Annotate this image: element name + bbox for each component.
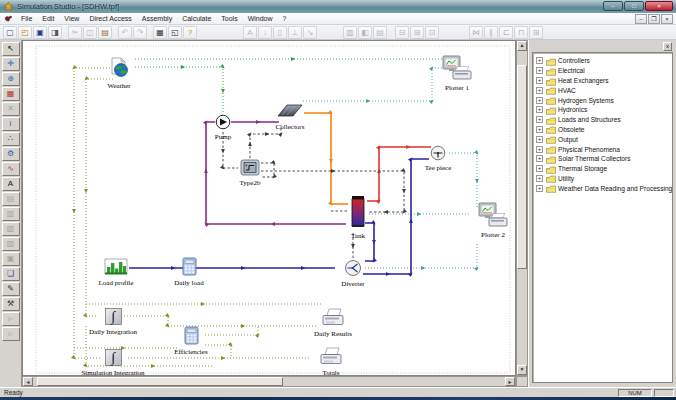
tree-item-hydrogen-systems[interactable]: +Hydrogen Systems (536, 95, 672, 105)
save-icon[interactable]: ▣ (33, 26, 47, 39)
expand-icon[interactable]: + (536, 185, 543, 192)
component-diverter[interactable]: Diverter (313, 259, 393, 289)
paste-icon[interactable]: ▤ (98, 26, 112, 39)
component-tank[interactable]: Tank (318, 195, 398, 241)
frame-icon[interactable]: ▯ (273, 26, 287, 39)
tree-item-thermal-storage[interactable]: +Thermal Storage (536, 164, 672, 174)
probe-tool-icon[interactable]: ∴ (2, 132, 20, 146)
component-load-profile[interactable]: Load profile (76, 258, 156, 288)
space-across-icon[interactable]: ⋈ (469, 26, 483, 39)
select-tool-icon[interactable]: ↖ (2, 42, 20, 56)
tree-item-physical-phenomena[interactable]: +Physical Phenomena (536, 144, 672, 154)
menu-item-edit[interactable]: Edit (37, 14, 59, 23)
grid-tool-1-icon[interactable]: ▤ (2, 192, 20, 206)
same-size-icon[interactable]: ⊞ (529, 26, 543, 39)
copy-icon[interactable]: ◫ (83, 26, 97, 39)
menu-item-assembly[interactable]: Assembly (137, 14, 177, 23)
expand-icon[interactable]: + (536, 175, 543, 182)
build-tool-icon[interactable]: ⚒ (2, 297, 20, 311)
menu-item-tools[interactable]: Tools (216, 14, 242, 23)
expand-icon[interactable]: + (536, 165, 543, 172)
menu-item-calculate[interactable]: Calculate (177, 14, 216, 23)
layout-tool-icon[interactable]: ▧ (2, 222, 20, 236)
expand-icon[interactable]: + (536, 67, 543, 74)
tree-item-electrical[interactable]: +Electrical (536, 66, 672, 76)
new-icon[interactable]: ▢ (3, 26, 17, 39)
menu-item-direct-access[interactable]: Direct Access (84, 14, 136, 23)
print-preview-icon[interactable]: ◱ (168, 26, 182, 39)
component-collectors[interactable]: Collectors (250, 102, 330, 132)
component-daily-integration[interactable]: ∫Daily Integration (73, 308, 153, 337)
info-tool-icon[interactable]: i (2, 117, 20, 131)
menu-item-window[interactable]: Window (243, 14, 278, 23)
scroll-right-arrow[interactable]: ► (505, 377, 515, 386)
tree-item-loads-and-structures[interactable]: +Loads and Structures (536, 115, 672, 125)
component-efficiencies[interactable]: >Efficiencies (151, 326, 231, 357)
menu-item--[interactable]: ? (278, 14, 292, 23)
component-type2b[interactable]: Type2b (210, 159, 290, 188)
expand-icon[interactable]: + (536, 77, 543, 84)
save-all-icon[interactable]: ◨ (48, 26, 62, 39)
scroll-down-arrow[interactable]: ▼ (517, 365, 527, 375)
undo-icon[interactable]: ↶ (118, 26, 132, 39)
expand-icon[interactable]: + (536, 106, 543, 113)
menu-item-file[interactable]: File (16, 14, 37, 23)
scroll-up-arrow[interactable]: ▲ (517, 41, 527, 51)
close-button[interactable]: × (645, 1, 673, 11)
flip-vertical-icon[interactable]: ↓ (258, 26, 272, 39)
align-center-icon[interactable]: ◧ (358, 26, 372, 39)
diagonal-icon[interactable]: ↘ (303, 26, 317, 39)
canvas-vertical-scrollbar[interactable]: ▲ ▼ (516, 40, 528, 376)
same-width-icon[interactable]: ⊏ (499, 26, 513, 39)
tree-item-hydronics[interactable]: +Hydronics (536, 105, 672, 115)
align-left-icon[interactable]: ▥ (343, 26, 357, 39)
help-icon[interactable]: ? (183, 26, 197, 39)
component-daily-load[interactable]: >Daily load (149, 257, 229, 288)
expand-icon[interactable]: + (536, 57, 543, 64)
cut-icon[interactable]: ✂ (68, 26, 82, 39)
horizontal-scroll-thumb[interactable] (37, 377, 283, 386)
expand-icon[interactable]: + (536, 87, 543, 94)
run-tool-2-icon[interactable]: ▹ (2, 327, 20, 341)
expand-icon[interactable]: + (536, 136, 543, 143)
run-tool-1-icon[interactable]: ▹ (2, 312, 20, 326)
document-tool-icon[interactable]: ❏ (2, 267, 20, 281)
align-top-icon[interactable]: ⊟ (395, 26, 409, 39)
maximize-button[interactable]: □ (624, 1, 644, 11)
anchor-icon[interactable]: ⊥ (288, 26, 302, 39)
diagram-canvas[interactable]: WeatherPumpCollectorsType2bTankTee piece… (22, 40, 516, 376)
sheet-tool-icon[interactable]: ▣ (2, 252, 20, 266)
tree-item-weather-data-reading-and-processing[interactable]: +Weather Data Reading and Processing (536, 183, 672, 193)
pan-tool-icon[interactable]: ✛ (2, 57, 20, 71)
scroll-left-arrow[interactable]: ◄ (23, 377, 33, 386)
mdi-close-button[interactable]: × (661, 14, 673, 24)
text-tool-icon[interactable]: A (2, 177, 20, 191)
tree-item-utility[interactable]: +Utility (536, 174, 672, 184)
direct-access-tool-icon[interactable]: ▦ (2, 87, 20, 101)
mdi-minimize-button[interactable]: – (635, 14, 647, 24)
grid-tool-2-icon[interactable]: ▥ (2, 207, 20, 221)
align-bottom-icon[interactable]: ⊡ (425, 26, 439, 39)
canvas-horizontal-scrollbar[interactable]: ◄ ► (22, 376, 516, 387)
space-down-icon[interactable]: ∥ (484, 26, 498, 39)
align-right-icon[interactable]: ▤ (373, 26, 387, 39)
redo-icon[interactable]: ↷ (133, 26, 147, 39)
component-plotter-2[interactable]: Plotter 2 (453, 202, 516, 240)
expand-icon[interactable]: + (536, 116, 543, 123)
expand-icon[interactable]: + (536, 126, 543, 133)
tree-item-obsolete[interactable]: +Obsolete (536, 125, 672, 135)
expand-icon[interactable]: + (536, 146, 543, 153)
delete-tool-icon[interactable]: ✕ (2, 102, 20, 116)
print-icon[interactable]: ▦ (153, 26, 167, 39)
mdi-restore-button[interactable]: ❐ (648, 14, 660, 24)
component-daily-results[interactable]: Daily Results (293, 307, 373, 339)
tree-item-solar-thermal-collectors[interactable]: +Solar Thermal Collectors (536, 154, 672, 164)
same-height-icon[interactable]: ⊓ (514, 26, 528, 39)
link-tool-icon[interactable]: ∿ (2, 162, 20, 176)
expand-icon[interactable]: + (536, 155, 543, 162)
vertical-scroll-thumb[interactable] (517, 65, 527, 269)
tree-item-output[interactable]: +Output (536, 134, 672, 144)
minimize-button[interactable]: – (603, 1, 623, 11)
panel-close-icon[interactable]: x (663, 42, 672, 51)
pen-tool-icon[interactable]: ✎ (2, 282, 20, 296)
